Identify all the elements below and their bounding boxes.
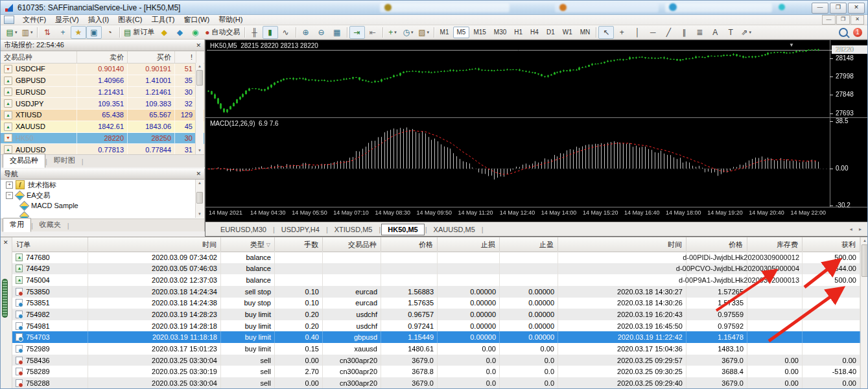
order-row-753851[interactable]: 7538512020.03.18 14:24:38buy stop0.10eur…: [12, 298, 860, 309]
timeframe-m5-button[interactable]: M5: [453, 27, 470, 38]
menu-item-2[interactable]: 显示(V): [51, 15, 84, 25]
order-row-754982[interactable]: 7549822020.03.19 14:28:23buy limit0.20us…: [12, 309, 860, 320]
text-label-tool[interactable]: T: [723, 26, 738, 39]
navigator-button[interactable]: ★: [71, 26, 86, 39]
mw-column-3[interactable]: 买价: [128, 51, 175, 63]
data-window-button[interactable]: +: [55, 26, 71, 39]
market-watch-row-gbpusd[interactable]: ▲GBPUSD1.409661.4100135: [1, 75, 204, 87]
market-watch-row-hk50[interactable]: ▼HK50282202825030: [1, 133, 204, 145]
timeframe-w1-button[interactable]: W1: [559, 27, 576, 38]
news-button[interactable]: ◉: [187, 26, 203, 39]
tile-windows-button[interactable]: ▦: [329, 26, 345, 39]
navigator-item-4[interactable]: [1, 211, 204, 218]
child-close-button[interactable]: ✕: [850, 15, 864, 25]
profiles-button[interactable]: ▥▾: [19, 26, 35, 39]
orders-column-6[interactable]: 价格: [381, 237, 438, 252]
timeframe-m1-button[interactable]: M1: [436, 27, 453, 38]
order-row-747680[interactable]: 7476802020.03.09 07:34:02balance500.00d-…: [12, 252, 860, 263]
close-icon[interactable]: ✕: [3, 239, 8, 246]
terminal-button[interactable]: ▣: [86, 26, 102, 39]
cursor-tool[interactable]: ↖: [598, 26, 614, 39]
metaeditor-button[interactable]: ◆: [156, 26, 172, 39]
orders-column-9[interactable]: 时间: [558, 237, 686, 252]
navigator-tab-1[interactable]: 常用: [3, 218, 31, 232]
market-watch-row-xauusd[interactable]: ▲XAUUSD1842.611843.0645: [1, 121, 204, 133]
chart-tab-3[interactable]: XTIUSD,M5: [329, 224, 379, 235]
text-tool[interactable]: A: [707, 26, 723, 39]
market-watch-row-eurusd[interactable]: ▲EURUSD1.214311.2146130: [1, 87, 204, 99]
menu-item-3[interactable]: 插入(I): [84, 15, 113, 25]
scroll-up-icon[interactable]: ▲: [196, 63, 204, 70]
new-order-button[interactable]: ▤新订单: [122, 26, 156, 39]
order-row-752989[interactable]: 7529892020.03.17 15:01:23buy limit0.15xa…: [12, 343, 860, 355]
menu-item-6[interactable]: 窗口(W): [179, 15, 214, 25]
menu-item-4[interactable]: 图表(C): [113, 15, 147, 25]
new-chart-button[interactable]: ▤▾: [4, 26, 19, 39]
orders-column-1[interactable]: 订单: [12, 237, 88, 252]
orders-column-4[interactable]: 手数: [275, 237, 323, 252]
timeframe-h4-button[interactable]: H4: [526, 27, 543, 38]
scroll-up-icon[interactable]: ▲: [196, 180, 204, 187]
collapse-minus-icon[interactable]: −: [6, 192, 13, 199]
orders-column-12[interactable]: 获利: [803, 237, 860, 252]
child-restore-button[interactable]: ❐: [836, 15, 850, 25]
timeframe-d1-button[interactable]: D1: [543, 27, 559, 38]
menu-item-5[interactable]: 工具(T): [147, 15, 179, 25]
strategy-tester-button[interactable]: ◔: [102, 26, 117, 39]
order-row-758436[interactable]: 7584362020.03.25 03:30:04sell0.00cn300ap…: [12, 355, 860, 366]
orders-column-7[interactable]: 止损: [438, 237, 500, 252]
child-minimize-button[interactable]: —: [822, 15, 836, 25]
market-watch-row-xtiusd[interactable]: ▲XTIUSD65.43865.567129: [1, 110, 204, 121]
timeframe-m30-button[interactable]: M30: [490, 27, 510, 38]
auto-scroll-button[interactable]: ⇥: [349, 26, 365, 39]
panel-drag-handle[interactable]: [2, 279, 8, 318]
templates-button[interactable]: ▧▾: [416, 26, 432, 39]
menu-item-1[interactable]: 文件(F): [18, 15, 51, 25]
close-button[interactable]: ✕: [848, 3, 865, 14]
chart-tab-4[interactable]: HK50,M5: [381, 224, 424, 235]
crosshair-tool[interactable]: +: [614, 26, 629, 39]
mw-column-1[interactable]: 交易品种: [1, 51, 77, 63]
market-watch-button[interactable]: ⇅: [40, 26, 55, 39]
zoom-out-button[interactable]: ⊖: [314, 26, 329, 39]
market-watch-row-usdchf[interactable]: ▼USDCHF0.901400.9019151: [1, 64, 204, 75]
search-icon[interactable]: [839, 28, 848, 37]
orders-column-2[interactable]: 时间: [88, 237, 221, 252]
arrows-tool[interactable]: ⇗▾: [738, 26, 754, 39]
order-row-746429[interactable]: 7464292020.03.05 07:46:03balance644.00d-…: [12, 263, 860, 275]
scrollbar-thumb[interactable]: [196, 192, 203, 204]
autotrading-button[interactable]: ●自动交易: [203, 26, 242, 39]
equidistant-channel-tool[interactable]: ∥: [676, 26, 692, 39]
order-row-758289[interactable]: 7582892020.03.25 03:30:19sell2.70cn300ap…: [12, 366, 860, 377]
mw-column-4[interactable]: !: [175, 51, 196, 63]
restore-button[interactable]: ❐: [830, 3, 847, 14]
navigator-header[interactable]: 导航 ✕: [1, 169, 204, 180]
order-row-754981[interactable]: 7549812020.03.19 14:28:18buy limit0.20us…: [12, 320, 860, 332]
chart-tab-5[interactable]: XAUUSD,M5: [428, 224, 481, 235]
orders-column-5[interactable]: 交易品种: [323, 237, 381, 252]
orders-column-3[interactable]: 类型▽: [221, 237, 275, 252]
chart-shift-button[interactable]: ⇤: [365, 26, 381, 39]
timeframe-m15-button[interactable]: M15: [469, 27, 489, 38]
bar-chart-button[interactable]: ╫: [247, 26, 263, 39]
vertical-line-tool[interactable]: │: [629, 26, 645, 39]
tab-scroll-arrows[interactable]: ◂ ▸: [850, 226, 864, 232]
navigator-item-1[interactable]: +f技术指标: [1, 180, 204, 190]
orders-scrollbar[interactable]: ▲: [860, 237, 868, 389]
indicators-button[interactable]: +▾: [385, 26, 401, 39]
trendline-tool[interactable]: ╱: [661, 26, 676, 39]
mql5-community-button[interactable]: ◆: [172, 26, 187, 39]
timeframe-mn-button[interactable]: MN: [576, 27, 594, 38]
close-icon[interactable]: ✕: [196, 171, 201, 177]
price-chart-canvas[interactable]: [205, 40, 868, 222]
close-icon[interactable]: ✕: [196, 42, 201, 49]
timeframe-h1-button[interactable]: H1: [510, 27, 526, 38]
navigator-item-3[interactable]: MACD Sample: [1, 200, 204, 211]
expand-plus-icon[interactable]: +: [6, 182, 13, 189]
notification-badge[interactable]: 1: [853, 28, 862, 37]
navigator-scrollbar[interactable]: ▲ ▼: [195, 180, 204, 218]
orders-column-10[interactable]: 价格: [686, 237, 747, 252]
menu-item-7[interactable]: 帮助(H): [214, 15, 247, 25]
mw-column-2[interactable]: 卖价: [77, 51, 128, 63]
market-watch-scrollbar[interactable]: ▲ ▼: [195, 63, 204, 154]
